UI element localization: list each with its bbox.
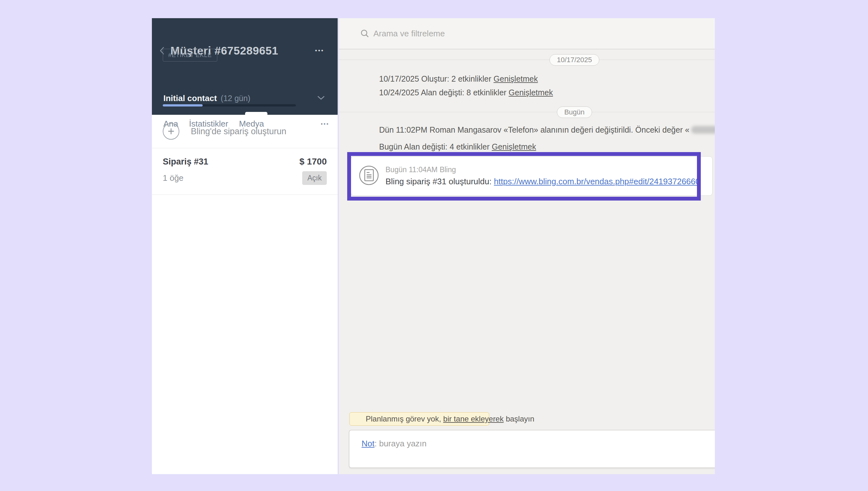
event-meta: Bugün 11:04AM Bling (385, 166, 712, 174)
timeline-feed: Arama ve filtreleme 10/17/2025 10/17/202… (339, 18, 715, 474)
feed-event: Dün 11:02PM Roman Mangasarov «Telefon» a… (379, 125, 715, 135)
add-task-link[interactable]: bir tane ekleyerek (443, 414, 504, 423)
more-menu-button[interactable]: ••• (315, 47, 330, 54)
event-text: Dün 11:02PM Roman Mangasarov «Telefon» a… (379, 125, 689, 134)
create-order-button[interactable]: + Bling'de sipariş oluşturun (152, 115, 337, 148)
note-placeholder: : buraya yazın (374, 439, 426, 448)
feed-event: 10/24/2025 Alan değişti: 8 etkinlikler G… (379, 88, 715, 97)
note-type-selector[interactable]: Not (361, 439, 374, 448)
search-bar[interactable]: Arama ve filtreleme (339, 18, 715, 50)
event-text: Bugün Alan değişti: 4 etkinlikler (379, 142, 492, 151)
expand-link[interactable]: Genişletmek (509, 88, 553, 97)
feed-event: 10/17/2025 Oluştur: 2 etkinlikler Genişl… (379, 74, 715, 84)
event-text: 10/24/2025 Alan değişti: 8 etkinlikler (379, 88, 509, 97)
stage-progress-fill (163, 104, 202, 107)
sidebar-header: Müşteri #675289651 ••• #ETIKET EKLE Init… (152, 18, 337, 115)
date-separator: Bugün (339, 107, 715, 118)
separator-line (339, 112, 715, 112)
notice-text: başlayın (504, 414, 534, 423)
add-tag-button[interactable]: #ETIKET EKLE (163, 49, 217, 61)
redacted-value-blur (691, 126, 715, 134)
expand-link[interactable]: Genişletmek (494, 74, 538, 83)
date-separator-pill: 10/17/2025 (549, 54, 599, 66)
event-text: Bling sipariş #31 oluşturuldu: (385, 177, 494, 186)
sidebar-body: + Bling'de sipariş oluşturun Sipariş #31… (152, 115, 337, 195)
separator-line (339, 60, 715, 60)
order-items-count: 1 öğe (163, 173, 184, 183)
bling-order-link[interactable]: https://www.bling.com.br/vendas.php#edit… (494, 177, 700, 186)
search-placeholder: Arama ve filtreleme (373, 29, 445, 38)
pipeline-stage-name: Initial contact (163, 93, 217, 103)
no-task-notice: Planlanmış görev yok, bir tane ekleyerek… (349, 412, 489, 426)
date-separator-pill: Bugün (557, 107, 592, 118)
active-tab-indicator (245, 112, 267, 115)
order-amount: $ 1700 (299, 156, 327, 167)
stage-progress-bar (163, 104, 296, 107)
event-text: 10/17/2025 Oluştur: 2 etkinlikler (379, 74, 494, 83)
order-status-badge: Açık (302, 171, 327, 185)
create-order-label: Bling'de sipariş oluşturun (191, 126, 286, 137)
notice-text: Planlanmış görev yok, (366, 414, 443, 423)
customer-sidebar: Müşteri #675289651 ••• #ETIKET EKLE Init… (152, 18, 337, 474)
plus-icon: + (163, 123, 179, 140)
note-input[interactable]: Not: buraya yazın (349, 430, 715, 468)
document-icon (359, 165, 379, 187)
pipeline-stage-duration: (12 gün) (221, 94, 317, 103)
expand-link[interactable]: Genişletmek (492, 142, 536, 151)
date-separator: 10/17/2025 (339, 54, 715, 66)
bling-order-event-card: Bugün 11:04AM Bling Bling sipariş #31 ol… (351, 156, 712, 196)
feed-event: Bugün Alan değişti: 4 etkinlikler Genişl… (379, 142, 715, 151)
pipeline-stage-selector[interactable]: Initial contact (12 gün) (163, 93, 329, 103)
chevron-down-icon (317, 96, 325, 102)
search-icon (360, 29, 370, 38)
order-title: Sipariş #31 (163, 157, 208, 167)
order-list-item[interactable]: Sipariş #31 $ 1700 1 öğe Açık (152, 148, 337, 195)
